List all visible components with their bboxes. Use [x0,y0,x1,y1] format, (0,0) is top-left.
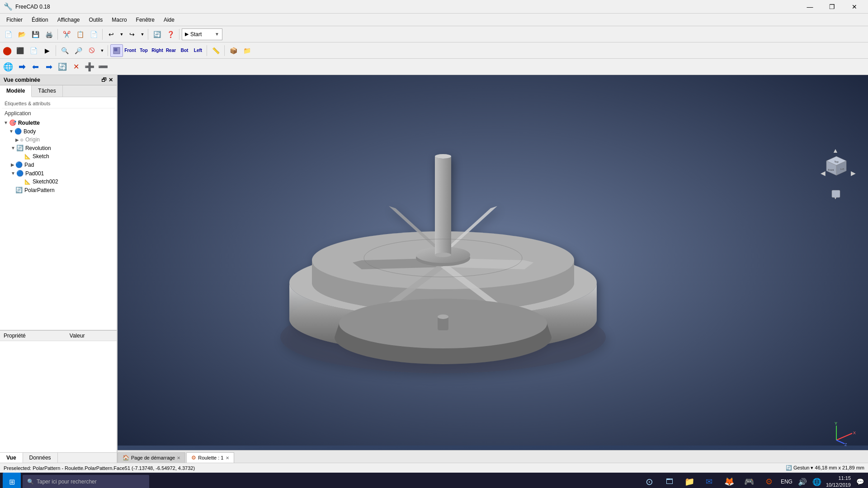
tab-vue[interactable]: Vue [0,453,23,463]
taskbar-app1[interactable]: 🎮 [740,473,758,488]
clock[interactable]: 11:15 10/12/2019 [826,475,851,488]
taskbar-network-icon[interactable]: 🌐 [811,478,822,486]
nav-back-button[interactable]: ⬅ [29,61,42,73]
save-button[interactable]: 💾 [29,28,42,41]
tree-sketch[interactable]: ▶ 📐 Sketch [2,152,115,160]
view-toolbar: ⬤ ⬛ 📄 ▶ 🔍 🔎 🚫 ▼ Front Top Right Rear Bot… [0,42,868,59]
taskbar-cortana[interactable]: ⊙ [641,473,659,488]
close-button[interactable]: ✕ [844,0,864,14]
tree-body[interactable]: ▼ 🔵 Body [2,127,115,136]
menu-aide[interactable]: Aide [159,15,179,25]
view-bottom-button[interactable]: Bot [178,44,191,57]
svg-text:Top: Top [834,160,839,163]
roulette-tab-close[interactable]: ✕ [226,455,229,460]
taskbar-right: ENG 🔊 🌐 11:15 10/12/2019 💬 [780,475,865,488]
nav-cube[interactable]: ▲ ▼ ◀ ▶ Top Front Left [818,147,854,202]
svg-rect-1 [114,48,117,51]
view-top-button[interactable]: Top [137,44,150,57]
tab-donnees[interactable]: Données [23,453,58,463]
menu-affichage[interactable]: Affichage [53,15,85,25]
tree-pad[interactable]: ▶ 🔵 Pad [2,160,115,169]
part-button[interactable]: 📦 [227,44,240,57]
draw-style-button[interactable]: 🚫 [85,44,98,57]
view-right-button[interactable]: Right [151,44,164,57]
panel-title: Vue combinée [4,77,40,83]
view-front-button[interactable]: Front [124,44,137,57]
cut-button[interactable]: ✂️ [60,28,73,41]
separator3 [148,29,148,40]
search-bar[interactable]: 🔍 Taper ici pour rechercher [23,475,149,488]
panel-close-icon[interactable]: ✕ [108,77,113,83]
maximize-button[interactable]: ❐ [822,0,842,14]
tree-revolution[interactable]: ▼ 🔄 Revolution [2,144,115,152]
undo-button[interactable]: ↩ [105,28,118,41]
new-button[interactable]: 📄 [2,28,14,41]
doc-tab-start[interactable]: 🏠 Page de démarrage ✕ [118,452,185,463]
tab-modele[interactable]: Modèle [0,85,32,97]
menu-edition[interactable]: Édition [27,15,53,25]
svg-point-11 [435,253,451,257]
measure-button[interactable]: 📏 [209,44,222,57]
tree-sketch002[interactable]: ▶ 📐 Sketch002 [2,178,115,186]
nav-refresh-button[interactable]: 🔄 [56,61,69,73]
nav-stop-button[interactable]: ✕ [70,61,82,73]
start-tab-close[interactable]: ✕ [177,455,180,460]
refresh-button[interactable]: 🔄 [151,28,163,41]
zoom-out-button[interactable]: 🔎 [72,44,85,57]
view-rear-button[interactable]: Rear [165,44,177,57]
zoom-in-button[interactable]: 🔍 [58,44,71,57]
taskbar-taskview[interactable]: 🗔 [660,473,679,488]
view-left-button[interactable]: Left [192,44,204,57]
nav-forward2-button[interactable]: ➡ [42,61,55,73]
arrow-pad001: ▼ [11,171,15,176]
record-button[interactable]: ⬤ [2,45,13,56]
draw-dropdown[interactable]: ▼ [99,44,105,57]
taskbar-firefox[interactable]: 🦊 [720,473,738,488]
tree-roulette[interactable]: ▼ 🎯 Roulette [2,118,115,127]
arrow-body: ▼ [9,129,14,134]
taskbar-explorer[interactable]: 📁 [680,473,698,488]
redo-button[interactable]: ↪ [126,28,138,41]
paste-button[interactable]: 📄 [87,28,100,41]
taskbar-volume-icon[interactable]: 🔊 [797,478,808,486]
menu-fichier[interactable]: Fichier [2,15,27,25]
tree-pad001[interactable]: ▼ 🔵 Pad001 [2,169,115,178]
svg-line-27 [836,433,852,440]
tab-taches[interactable]: Tâches [32,85,62,97]
help-button[interactable]: ❓ [164,28,177,41]
macro-edit-button[interactable]: 📄 [27,44,40,57]
menu-macro[interactable]: Macro [107,15,131,25]
nav-forward-button[interactable]: ➡ [15,61,28,73]
doc-tab-roulette[interactable]: ⚙ Roulette : 1 ✕ [186,452,234,463]
label-sketch002: Sketch002 [33,178,58,185]
taskbar-freecad[interactable]: ⚙ [760,473,778,488]
panel-float-icon[interactable]: 🗗 [101,77,107,83]
print-button[interactable]: 🖨️ [42,28,55,41]
taskbar-outlook[interactable]: ✉ [700,473,718,488]
tree-polarpattern[interactable]: ▶ 🔄 PolarPattern [2,186,115,194]
folder-button[interactable]: 📁 [241,44,253,57]
minimize-button[interactable]: — [800,0,820,14]
view-home-button[interactable] [110,44,123,57]
panel-tabs: Modèle Tâches [0,85,117,97]
tree-origin[interactable]: ▶ ⊕ Origin [2,136,115,144]
open-button[interactable]: 📂 [15,28,28,41]
copy-button[interactable]: 📋 [74,28,86,41]
file-toolbar: 📄 📂 💾 🖨️ ✂️ 📋 📄 ↩ ▼ ↪ ▼ 🔄 ❓ ▶ Start ▼ [0,26,868,42]
redo-dropdown[interactable]: ▼ [139,28,146,41]
app-title: FreeCAD 0.18 [15,4,50,10]
nav-minus-button[interactable]: ➖ [97,61,109,73]
viewport[interactable]: ▲ ▼ ◀ ▶ Top Front Left [118,75,868,463]
nav-plus-button[interactable]: ➕ [83,61,96,73]
window-controls[interactable]: — ❐ ✕ [800,0,864,14]
nav-globe-button[interactable]: 🌐 [2,61,14,73]
play-button[interactable]: ▶ [41,44,53,57]
taskbar-notification-icon[interactable]: 💬 [854,478,865,485]
menu-fenetre[interactable]: Fenêtre [132,15,159,25]
stop-button[interactable]: ⬛ [14,44,26,57]
start-button[interactable]: ⊞ [3,473,21,488]
taskbar-lang-icon[interactable]: ENG [780,479,793,485]
undo-dropdown[interactable]: ▼ [118,28,125,41]
menu-outils[interactable]: Outils [85,15,108,25]
workbench-dropdown[interactable]: ▶ Start ▼ [182,28,222,40]
